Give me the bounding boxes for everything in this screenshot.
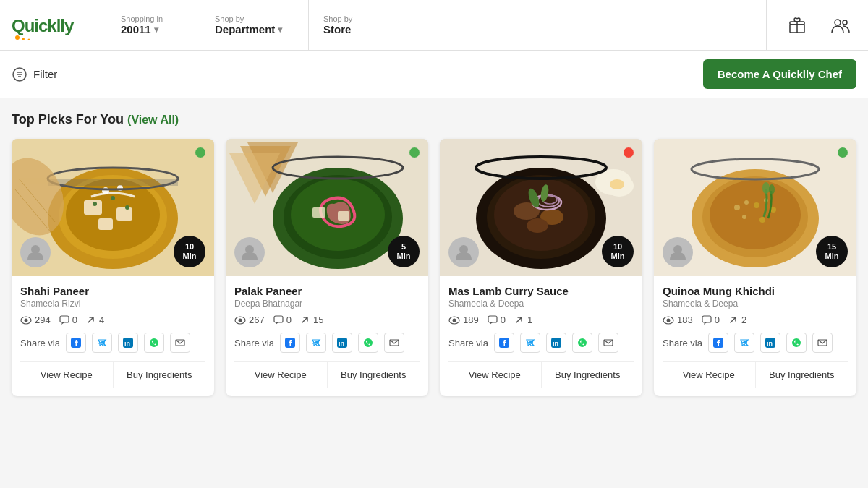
cards-grid: 10 Min Shahi Paneer Shameela Rizvi 294 0 [12, 139, 856, 396]
whatsapp-share-3[interactable] [572, 333, 592, 353]
svg-point-94 [762, 182, 770, 194]
email-share-3[interactable] [598, 333, 618, 353]
card-image-2: 5 Min [226, 139, 428, 276]
header: Quicklly Shopping in 20011 ▾ Shop by Dep… [0, 0, 868, 51]
linkedin-share-3[interactable]: in [546, 333, 566, 353]
svg-point-23 [125, 205, 129, 210]
share-count-1: 4 [86, 314, 104, 325]
buy-ingredients-button-2[interactable]: Buy Ingredients [328, 362, 420, 388]
chef-avatar-2 [234, 237, 265, 267]
card-actions-1: View Recipe Buy Ingredients [20, 361, 205, 388]
become-chef-button[interactable]: Become A Quicklly Chef [703, 59, 856, 89]
svg-rect-17 [84, 200, 102, 215]
whatsapp-share-1[interactable] [144, 333, 164, 353]
card-actions-4: View Recipe Buy Ingredients [663, 361, 848, 388]
svg-point-61 [610, 179, 624, 189]
twitter-share-2[interactable] [306, 333, 326, 353]
facebook-share-2[interactable] [280, 333, 300, 353]
view-count-1: 294 [20, 314, 51, 325]
svg-rect-18 [116, 207, 132, 221]
svg-point-8 [843, 20, 847, 25]
view-all-link[interactable]: (View All) [127, 114, 179, 126]
linkedin-icon: in [337, 338, 347, 348]
header-icons [766, 0, 856, 50]
recipe-title-3: Mas Lamb Curry Sauce [448, 285, 634, 297]
logo-area: Quicklly [12, 0, 106, 50]
svg-point-104 [792, 338, 801, 347]
card-body-1: Shahi Paneer Shameela Rizvi 294 0 4 [12, 276, 214, 396]
buy-ingredients-button-1[interactable]: Buy Ingredients [114, 362, 206, 388]
shop-by-store-link[interactable]: Store [323, 23, 752, 35]
filter-button[interactable]: Filter [12, 67, 57, 82]
email-share-2[interactable] [384, 333, 404, 353]
share-row-2: Share via in [234, 333, 420, 353]
status-dot-2 [409, 147, 420, 158]
share-label: Share via [234, 338, 274, 348]
svg-point-95 [769, 184, 775, 194]
buy-ingredients-button-4[interactable]: Buy Ingredients [756, 362, 848, 388]
email-icon [603, 338, 613, 348]
email-share-4[interactable] [812, 333, 833, 353]
view-recipe-button-1[interactable]: View Recipe [20, 362, 114, 388]
eye-icon [20, 316, 32, 325]
whatsapp-share-4[interactable] [786, 333, 807, 353]
linkedin-share-2[interactable]: in [332, 333, 352, 353]
eye-icon [663, 316, 674, 325]
view-recipe-button-3[interactable]: View Recipe [448, 362, 542, 388]
shop-by-dept-label: Shop by [215, 14, 294, 23]
gift-icon-button[interactable] [781, 9, 813, 41]
twitter-share-4[interactable] [734, 333, 754, 353]
avatar-person-icon [668, 243, 687, 262]
whatsapp-icon [363, 338, 373, 348]
recipe-title-1: Shahi Paneer [20, 285, 205, 297]
comment-icon [59, 315, 69, 325]
chevron-down-icon: ▾ [278, 25, 282, 35]
avatar-person-icon [454, 243, 473, 262]
avatar-person-icon [240, 243, 259, 262]
email-share-1[interactable] [170, 333, 190, 353]
share-row-1: Share via in [20, 333, 205, 353]
group-icon-button[interactable] [825, 9, 856, 41]
svg-rect-26 [48, 179, 178, 186]
logo[interactable]: Quicklly [12, 10, 91, 40]
shop-by-department-section: Shop by Department ▾ [200, 0, 309, 50]
card-stats-1: 294 0 4 [20, 314, 205, 325]
whatsapp-share-2[interactable] [358, 333, 378, 353]
status-dot-1 [195, 147, 205, 158]
share-row-4: Share via in [663, 333, 848, 353]
status-dot-4 [838, 147, 848, 158]
svg-rect-77 [488, 316, 497, 322]
arrow-icon [728, 315, 739, 325]
facebook-share-3[interactable] [494, 333, 514, 353]
filter-label: Filter [33, 68, 57, 80]
recipe-author-1: Shameela Rizvi [20, 299, 205, 309]
card-body-2: Palak Paneer Deepa Bhatnagar 267 0 15 [226, 276, 428, 396]
shopping-in-value[interactable]: 20011 ▾ [121, 23, 185, 35]
card-actions-2: View Recipe Buy Ingredients [234, 361, 420, 388]
linkedin-share-1[interactable]: in [118, 333, 138, 353]
whatsapp-icon [577, 338, 587, 348]
gift-icon [787, 15, 807, 35]
arrow-icon [300, 315, 310, 325]
linkedin-share-4[interactable]: in [760, 333, 780, 353]
email-icon [389, 338, 399, 348]
card-image-3: 10 Min [440, 139, 642, 276]
facebook-share-1[interactable] [66, 333, 86, 353]
shop-by-department-dropdown[interactable]: Department ▾ [215, 23, 294, 35]
twitter-share-1[interactable] [92, 333, 112, 353]
svg-point-87 [734, 205, 740, 210]
twitter-icon [525, 338, 535, 348]
recipe-card-4: 15 Min Quinoa Mung Khichdi Shameela & De… [654, 139, 856, 396]
section-title: Top Picks For You (View All) [12, 112, 856, 127]
svg-point-67 [527, 218, 548, 233]
view-recipe-button-2[interactable]: View Recipe [234, 362, 328, 388]
buy-ingredients-button-3[interactable]: Buy Ingredients [542, 362, 634, 388]
svg-point-32 [25, 318, 28, 322]
view-recipe-button-4[interactable]: View Recipe [663, 362, 756, 388]
whatsapp-icon [149, 338, 159, 348]
twitter-share-3[interactable] [520, 333, 540, 353]
svg-point-76 [453, 318, 456, 322]
card-image-4: 15 Min [654, 139, 856, 276]
facebook-share-4[interactable] [708, 333, 728, 353]
recipe-card-3: 10 Min Mas Lamb Curry Sauce Shameela & D… [440, 139, 642, 396]
